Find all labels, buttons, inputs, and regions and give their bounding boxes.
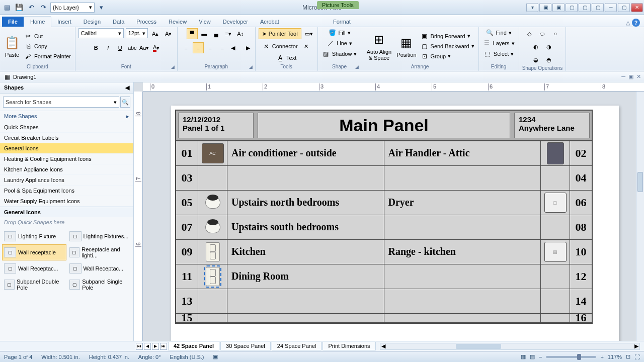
shape-dialog-launcher[interactable]: ◢ [354, 64, 360, 70]
maximize-button[interactable]: ▢ [618, 3, 630, 12]
text-tool-button[interactable]: A̲Text [275, 53, 297, 62]
addon-btn-4[interactable]: ▢ [566, 3, 578, 12]
layer-combo[interactable]: {No Layer} ▾ [50, 3, 95, 13]
breaker-icon-cell[interactable] [540, 166, 570, 190]
fill-button[interactable]: 🪣Fill ▾ [327, 28, 351, 37]
breaker-number[interactable]: 08 [570, 215, 592, 239]
visio-app-icon[interactable]: ▤ [2, 3, 12, 13]
redo-icon[interactable]: ↷ [38, 3, 48, 13]
sheet-prev[interactable]: ◀ [144, 343, 151, 350]
paste-button[interactable]: 📋 Paste [3, 34, 21, 59]
collapse-icon[interactable]: ◀ [125, 84, 129, 91]
align-bottom-button[interactable]: ▄ [211, 28, 222, 39]
qat-customize-icon[interactable]: ▾ [97, 3, 107, 13]
breaker-number[interactable]: 04 [570, 166, 592, 190]
breaker-number[interactable]: 09 [176, 240, 198, 264]
italic-button[interactable]: I [103, 42, 114, 53]
addon-btn-2[interactable]: ▣ [539, 3, 551, 12]
breaker-number[interactable]: 14 [570, 289, 592, 313]
zoom-out-button[interactable]: − [539, 354, 542, 360]
sheet-first[interactable]: ⏮ [136, 343, 143, 350]
connection-point-tool[interactable]: ✕ [301, 41, 312, 52]
fit-page-button[interactable]: ⊡ [626, 353, 630, 360]
sheet-tab[interactable]: 30 Space Panel [220, 342, 271, 350]
sheet-last[interactable]: ⏭ [160, 343, 167, 350]
breaker-icon-cell[interactable] [540, 215, 570, 239]
sheet-next[interactable]: ▶ [152, 343, 159, 350]
font-size-combo[interactable]: 12pt.▾ [126, 28, 148, 38]
increase-indent-button[interactable]: ≡▶ [241, 42, 252, 53]
hscroll-right[interactable]: ▶ [634, 343, 638, 349]
sheet-tab[interactable]: 24 Space Panel [272, 342, 322, 350]
stencil-item[interactable]: Quick Shapes [0, 122, 133, 133]
breaker-icon-cell[interactable] [198, 314, 227, 322]
view-mode-1[interactable]: ▦ [521, 353, 526, 360]
pointer-tool-button[interactable]: ➤Pointer Tool [259, 28, 301, 39]
breaker-icon-cell[interactable]: ▤ [540, 240, 570, 264]
breaker-label[interactable]: Air conditioner - outside [227, 141, 384, 165]
shape-item[interactable]: ▢Lighting Fixtures... [67, 229, 132, 243]
shape-item[interactable]: ▢Subpanel Single Pole [67, 277, 132, 293]
view-mode-2[interactable]: ▤ [530, 353, 535, 360]
select-button[interactable]: ⬚Select ▾ [482, 49, 515, 58]
stencil-item[interactable]: Pool & Spa Equipment Icons [0, 186, 133, 196]
zoom-slider[interactable] [546, 356, 596, 358]
close-button[interactable]: ✕ [631, 3, 643, 12]
grow-font-button[interactable]: A▴ [150, 28, 161, 39]
zoom-in-button[interactable]: + [600, 354, 603, 360]
shape-item[interactable]: ▢Wall Receptac... [2, 261, 66, 276]
shape-item[interactable]: ▢Wall Receptac... [67, 261, 132, 276]
hscroll-left[interactable]: ◀ [381, 343, 385, 349]
breaker-label[interactable] [384, 289, 541, 313]
breaker-label[interactable] [384, 215, 541, 239]
align-top-button[interactable]: ▀ [187, 28, 198, 39]
bring-forward-button[interactable]: ▣Bring Forward ▾ [420, 32, 475, 41]
vertical-scrollbar[interactable] [636, 92, 644, 341]
breaker-number[interactable]: 03 [176, 166, 198, 190]
zoom-level[interactable]: 117% [608, 354, 622, 360]
shape-item[interactable]: ▢Wall receptacle [2, 244, 66, 260]
breaker-label[interactable]: Range - kitchen [384, 240, 541, 264]
font-name-combo[interactable]: Calibri▾ [78, 28, 124, 38]
addon-btn-3[interactable]: ▣ [552, 3, 565, 12]
op1[interactable]: ◇ [524, 28, 535, 39]
breaker-icon-cell[interactable] [540, 141, 570, 165]
layers-button[interactable]: ☰Layers ▾ [482, 39, 516, 48]
breaker-number[interactable]: 12 [570, 264, 592, 289]
breaker-panel-drawing[interactable]: 12/12/2012 Panel 1 of 1 Main Panel 1234 … [175, 110, 593, 324]
breaker-label[interactable]: Dryer [384, 191, 541, 215]
tab-file[interactable]: File [2, 17, 24, 27]
undo-icon[interactable]: ↶ [26, 3, 36, 13]
breaker-label[interactable] [227, 289, 384, 313]
breaker-number[interactable]: 13 [176, 289, 198, 313]
more-shapes-item[interactable]: More Shapes ▸ [0, 111, 133, 122]
auto-align-button[interactable]: ⊞Auto Align & Space [364, 31, 393, 62]
bullets-button[interactable]: ≡▾ [223, 28, 234, 39]
horizontal-scrollbar[interactable]: ◀ ▶ [380, 343, 640, 350]
breaker-icon-cell[interactable] [198, 289, 227, 313]
tab-home[interactable]: Home [24, 16, 51, 27]
doc-minimize[interactable]: ─ [621, 73, 625, 80]
breaker-icon-cell[interactable] [198, 215, 227, 239]
breaker-label[interactable]: Upstairs south bedrooms [227, 215, 384, 239]
doc-close[interactable]: ✕ [636, 73, 641, 80]
align-center-button[interactable]: ≡ [193, 42, 204, 53]
addon-btn-1[interactable]: ▾ [526, 3, 538, 12]
breaker-label[interactable] [384, 314, 541, 322]
panel-header-right[interactable]: 1234 Anywhere Lane [514, 113, 590, 138]
cut-button[interactable]: ✂Cut [23, 32, 72, 41]
doc-restore[interactable]: ▣ [628, 73, 633, 80]
align-middle-button[interactable]: ▬ [199, 28, 210, 39]
format-painter-button[interactable]: 🖌Format Painter [23, 52, 72, 61]
shadow-button[interactable]: ▨Shadow ▾ [321, 49, 358, 58]
save-icon[interactable]: 💾 [14, 3, 24, 13]
tab-acrobat[interactable]: Acrobat [254, 17, 285, 27]
align-left-button[interactable]: ≡ [181, 42, 192, 53]
copy-button[interactable]: ⎘Copy [23, 42, 72, 51]
breaker-number[interactable]: 05 [176, 191, 198, 215]
panel-header-left[interactable]: 12/12/2012 Panel 1 of 1 [178, 113, 254, 138]
shape-item[interactable]: ▢Lighting Fixture [2, 229, 66, 243]
stencil-item[interactable]: Heating & Cooling Equipment Icons [0, 154, 133, 164]
rectangle-tool[interactable]: ▭▾ [303, 28, 314, 39]
vscroll-thumb[interactable] [637, 172, 643, 192]
